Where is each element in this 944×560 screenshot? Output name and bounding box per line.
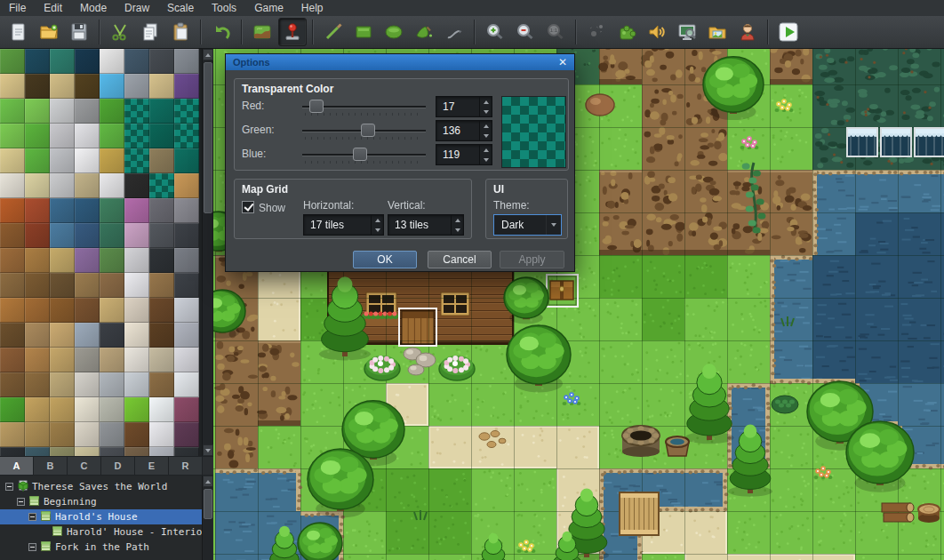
blue-spinner[interactable]: 119 (436, 144, 492, 165)
paste-button[interactable] (166, 18, 195, 46)
tree-scrollbar[interactable] (202, 476, 212, 560)
scroll-up-button[interactable] (203, 476, 213, 487)
ellipse-tool-button[interactable] (380, 18, 408, 46)
palette-tile[interactable] (75, 223, 100, 248)
palette-tile[interactable] (75, 447, 100, 456)
palette-tile[interactable] (25, 447, 50, 456)
palette-tile[interactable] (149, 49, 174, 74)
menu-mode[interactable]: Mode (71, 0, 116, 16)
palette-tile[interactable] (50, 372, 75, 397)
menu-tools[interactable]: Tools (203, 0, 245, 16)
scrollbar-thumb[interactable] (204, 489, 212, 519)
palette-tile[interactable] (174, 198, 199, 223)
resource-manager-button[interactable] (703, 18, 732, 46)
palette-tile[interactable] (75, 74, 100, 99)
slider-handle[interactable] (309, 100, 324, 113)
palette-tile[interactable] (0, 298, 25, 323)
palette-tile[interactable] (75, 49, 100, 74)
palette-tile[interactable] (75, 397, 100, 422)
apply-button[interactable]: Apply (500, 251, 564, 268)
map-tree-item[interactable]: Harold's House (0, 509, 203, 524)
palette-tile[interactable] (0, 99, 25, 124)
cut-button[interactable] (106, 18, 134, 46)
palette-tile[interactable] (124, 298, 149, 323)
collapse-icon[interactable] (17, 498, 25, 506)
palette-tile[interactable] (124, 323, 149, 348)
shadow-pen-tool-button[interactable] (440, 18, 468, 46)
palette-tile[interactable] (149, 348, 174, 372)
palette-tile[interactable] (50, 148, 75, 173)
undo-button[interactable] (207, 18, 236, 46)
show-grid-checkbox[interactable] (242, 201, 254, 213)
palette-tile[interactable] (174, 447, 199, 456)
palette-tile[interactable] (0, 323, 25, 348)
palette-tile[interactable] (25, 273, 50, 298)
palette-tile[interactable] (174, 348, 199, 372)
red-spinner[interactable]: 17 (436, 96, 492, 117)
palette-tile[interactable] (174, 148, 199, 173)
palette-tile[interactable] (0, 223, 25, 248)
spinner-arrows[interactable] (479, 97, 492, 116)
palette-tile[interactable] (75, 198, 100, 223)
palette-tile[interactable] (0, 74, 25, 99)
map-tree-item[interactable]: Therese Saves the World (0, 479, 203, 494)
palette-tile[interactable] (100, 198, 124, 223)
palette-tile[interactable] (124, 348, 149, 372)
menu-game[interactable]: Game (245, 0, 292, 16)
palette-tile[interactable] (25, 348, 50, 372)
collapse-icon[interactable] (5, 483, 13, 491)
palette-tile[interactable] (124, 273, 149, 298)
palette-tile[interactable] (0, 397, 25, 422)
event-searcher-button[interactable] (673, 18, 701, 46)
palette-tile[interactable] (124, 447, 149, 456)
palette-tile[interactable] (75, 248, 100, 273)
menu-file[interactable]: File (0, 0, 35, 16)
palette-tile[interactable] (75, 124, 100, 148)
palette-tile[interactable] (0, 248, 25, 273)
palette-tile[interactable] (25, 173, 50, 198)
palette-tile[interactable] (124, 124, 149, 148)
palette-tile[interactable] (124, 397, 149, 422)
palette-tile[interactable] (100, 74, 124, 99)
map-tree-item[interactable]: Beginning (0, 494, 203, 509)
palette-tile[interactable] (75, 372, 100, 397)
palette-tile[interactable] (149, 74, 174, 99)
palette-tile[interactable] (174, 248, 199, 273)
spinner-arrows[interactable] (479, 145, 492, 164)
collapse-icon[interactable] (28, 543, 36, 551)
palette-tile[interactable] (100, 148, 124, 173)
palette-tile[interactable] (25, 397, 50, 422)
menu-scale[interactable]: Scale (158, 0, 203, 16)
tileset-tab-b[interactable]: B (34, 457, 68, 475)
palette-tile[interactable] (174, 74, 199, 99)
palette-tile[interactable] (50, 198, 75, 223)
scroll-down-button[interactable] (203, 444, 213, 456)
up-arrow-icon[interactable] (375, 219, 380, 222)
palette-tile[interactable] (0, 372, 25, 397)
palette-tile[interactable] (124, 148, 149, 173)
red-slider[interactable] (302, 100, 426, 114)
palette-tile[interactable] (75, 99, 100, 124)
palette-tile[interactable] (75, 173, 100, 198)
palette-tile[interactable] (50, 99, 75, 124)
palette-tile[interactable] (149, 422, 174, 447)
palette-tile[interactable] (50, 447, 75, 456)
palette-tile[interactable] (25, 422, 50, 447)
tileset-tab-r[interactable]: R (169, 457, 203, 475)
pencil-tool-button[interactable] (319, 18, 348, 46)
palette-tile[interactable] (174, 223, 199, 248)
slider-handle[interactable] (361, 124, 375, 137)
dialog-titlebar[interactable]: Options ✕ (226, 54, 574, 70)
green-slider[interactable] (302, 124, 426, 138)
palette-tile[interactable] (149, 248, 174, 273)
copy-button[interactable] (136, 18, 164, 46)
collapse-icon[interactable] (28, 513, 36, 521)
palette-tile[interactable] (75, 348, 100, 372)
palette-tile[interactable] (25, 248, 50, 273)
palette-tile[interactable] (50, 273, 75, 298)
zoom-out-button[interactable] (511, 18, 540, 46)
tileset-tab-d[interactable]: D (101, 457, 135, 475)
palette-tile[interactable] (100, 173, 124, 198)
palette-tile[interactable] (100, 422, 124, 447)
horizontal-tiles-spinner[interactable]: 17 tiles (303, 214, 384, 236)
